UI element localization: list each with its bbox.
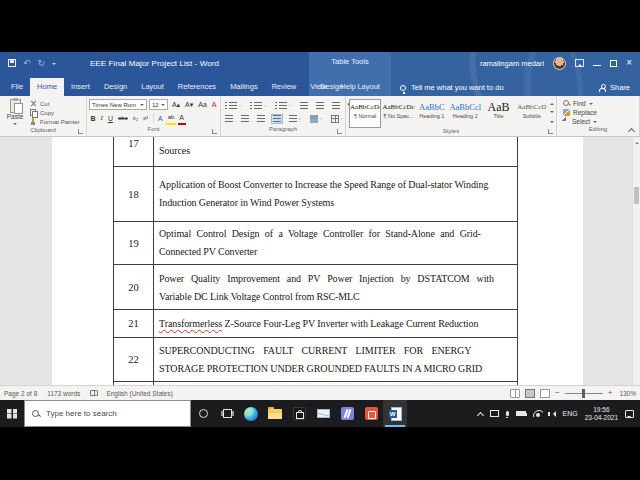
text-effects-button[interactable]: A — [157, 113, 165, 124]
microphone-icon[interactable] — [506, 411, 509, 416]
word-taskbar-button[interactable] — [383, 400, 407, 427]
battery-icon[interactable] — [516, 411, 526, 416]
font-size-combo[interactable]: 12 — [149, 99, 168, 110]
tab-references[interactable]: References — [171, 78, 223, 96]
zoom-in-button[interactable]: + — [608, 389, 613, 397]
decrease-indent-button[interactable] — [298, 101, 310, 111]
read-mode-button[interactable] — [510, 389, 520, 398]
zoom-level[interactable]: 130% — [619, 390, 636, 397]
tab-insert[interactable]: Insert — [64, 78, 97, 96]
font-dialog-launcher[interactable] — [212, 129, 217, 134]
vertical-scrollbar[interactable] — [632, 137, 640, 385]
file-explorer-button[interactable] — [263, 400, 287, 427]
paste-button[interactable]: Paste — [2, 98, 28, 127]
replace-button[interactable]: Replace — [563, 109, 637, 116]
clock[interactable]: 19:56 23-04-2021 — [585, 406, 618, 422]
table-row[interactable]: 17 Sources — [114, 137, 517, 167]
scroll-up-icon[interactable] — [635, 140, 639, 144]
table-row[interactable]: 20 Power Quality Improvement and PV Powe… — [114, 265, 517, 310]
speaker-icon[interactable] — [550, 411, 556, 417]
collapse-ribbon-icon[interactable] — [628, 128, 635, 133]
search-input[interactable]: Type here to search — [24, 400, 191, 427]
tab-review[interactable]: Review — [265, 78, 304, 96]
style-subtitle[interactable]: AaBbCcD Subtitle — [516, 99, 548, 128]
tab-file[interactable]: File — [4, 78, 30, 96]
italic-button[interactable]: I — [99, 113, 104, 124]
line-spacing-button[interactable] — [287, 114, 304, 124]
word-count[interactable]: 1173 words — [47, 390, 80, 397]
shrink-font-button[interactable]: A▾ — [184, 99, 195, 110]
change-case-button[interactable]: Aa — [197, 99, 209, 110]
web-layout-button[interactable] — [540, 389, 550, 398]
styles-scroll-down-icon[interactable] — [550, 111, 554, 115]
table-row[interactable]: 22 SUPERCONDUCTING FAULT CURRENT LIMITER… — [114, 338, 517, 382]
language-indicator[interactable]: English (United States) — [106, 390, 172, 397]
display-icon[interactable] — [490, 410, 499, 417]
print-layout-button[interactable] — [525, 389, 535, 398]
style-heading-2[interactable]: AaBbCcl Heading 2 — [449, 99, 481, 128]
language-badge[interactable]: ENG — [563, 410, 578, 417]
wifi-icon[interactable] — [533, 410, 543, 417]
styles-scroll-up-icon[interactable] — [550, 101, 554, 105]
styles-dialog-launcher[interactable] — [548, 129, 553, 134]
avatar[interactable] — [553, 57, 566, 70]
tab-layout[interactable]: Layout — [134, 78, 171, 96]
font-family-combo[interactable]: Times New Rom — [89, 99, 147, 110]
superscript-button[interactable]: x² — [142, 113, 150, 124]
proofing-icon[interactable] — [90, 390, 98, 396]
ribbon-display-options-icon[interactable] — [575, 59, 584, 67]
restore-button[interactable] — [610, 60, 617, 67]
recorder-app-button[interactable] — [359, 400, 383, 427]
tell-me-box[interactable]: Tell me what you want to do — [400, 83, 504, 92]
table-row[interactable]: 18 Application of Boost Converter to Inc… — [114, 167, 517, 222]
style-heading-1[interactable]: AaBbC Heading 1 — [416, 99, 448, 128]
style-title[interactable]: AaB Title — [482, 99, 514, 128]
styles-gallery-more-icon[interactable] — [550, 121, 554, 125]
tab-table-layout[interactable]: Layout — [350, 78, 387, 96]
minimize-button[interactable] — [593, 65, 601, 66]
numbering-button[interactable] — [248, 101, 269, 111]
style-no-spacing[interactable]: AaBbCcDc ¶ No Spac... — [382, 99, 414, 128]
table-row[interactable]: 21 Transformerless Z-Source Four-Leg PV … — [114, 310, 517, 338]
bold-button[interactable]: B — [89, 113, 97, 124]
tab-design[interactable]: Design — [97, 78, 134, 96]
underline-button[interactable]: U — [106, 113, 114, 124]
borders-button[interactable] — [329, 114, 346, 124]
clear-formatting-button[interactable]: A — [210, 99, 218, 110]
align-right-button[interactable] — [255, 114, 267, 124]
select-button[interactable]: Select — [563, 118, 637, 125]
subscript-button[interactable]: x₂ — [131, 113, 139, 124]
zoom-slider[interactable] — [565, 393, 603, 394]
mail-button[interactable] — [311, 400, 335, 427]
style-normal[interactable]: AaBbCcDc ¶ Normal — [349, 99, 381, 128]
share-button[interactable]: Share — [599, 83, 630, 92]
font-color-button[interactable]: A — [178, 112, 186, 125]
tab-home[interactable]: Home — [30, 78, 64, 96]
task-view-button[interactable] — [215, 400, 239, 427]
tray-expand-icon[interactable] — [477, 411, 483, 417]
store-button[interactable] — [287, 400, 311, 427]
multilevel-list-button[interactable] — [273, 101, 294, 111]
tab-mailings[interactable]: Mailings — [223, 78, 265, 96]
bullets-button[interactable] — [223, 101, 244, 111]
zoom-out-button[interactable]: − — [555, 389, 560, 397]
clipboard-dialog-launcher[interactable] — [78, 129, 83, 134]
edge-button[interactable] — [239, 400, 263, 427]
document-page[interactable]: 17 Sources 18 Application of Boost Conve… — [52, 137, 583, 385]
justify-button[interactable] — [271, 114, 283, 124]
highlight-button[interactable]: ab — [166, 112, 176, 125]
copy-button[interactable]: Copy — [30, 109, 80, 116]
purple-app-button[interactable] — [335, 400, 359, 427]
tab-table-design[interactable]: Design — [313, 78, 350, 96]
align-center-button[interactable] — [239, 114, 251, 124]
zoom-slider-thumb[interactable] — [582, 389, 585, 398]
format-painter-button[interactable]: Format Painter — [30, 118, 80, 125]
cut-button[interactable]: Cut — [30, 100, 80, 107]
table-row[interactable]: 19 Optimal Control Design of a Voltage C… — [114, 222, 517, 265]
start-button[interactable] — [0, 400, 24, 427]
grow-font-button[interactable]: A▴ — [170, 99, 181, 110]
paragraph-dialog-launcher[interactable] — [337, 129, 342, 134]
sort-button[interactable] — [330, 101, 342, 111]
increase-indent-button[interactable] — [314, 101, 326, 111]
shading-button[interactable] — [308, 114, 325, 124]
